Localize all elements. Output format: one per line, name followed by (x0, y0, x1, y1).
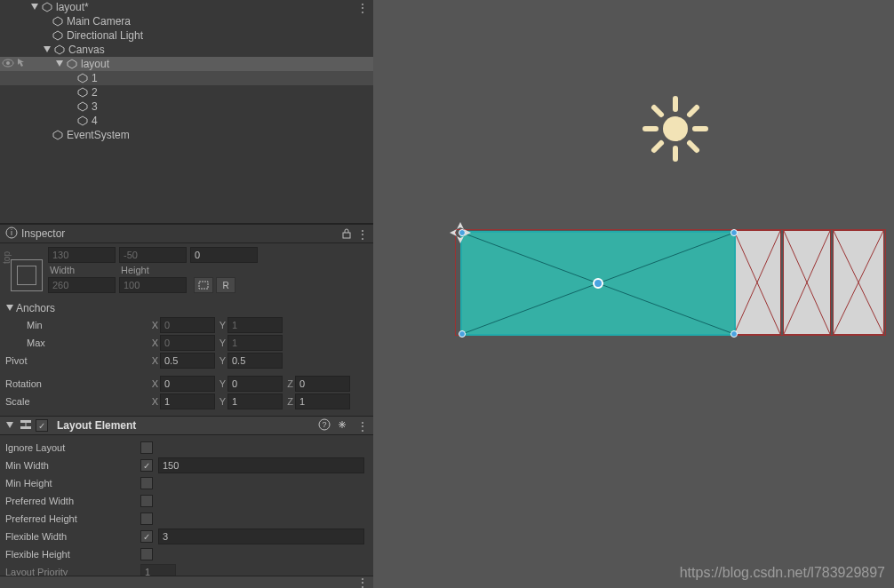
width-label: Width (48, 265, 116, 275)
preferred-width-checkbox[interactable] (140, 495, 153, 507)
watermark-text: https://blog.csdn.net/l783929897 (680, 565, 885, 581)
min-width-label: Min Width (5, 460, 140, 471)
scale-x-field[interactable] (160, 393, 215, 409)
pos-y-field[interactable] (119, 247, 187, 263)
hierarchy-row-main-camera[interactable]: Main Camera (0, 14, 373, 28)
object-label: 3 (92, 100, 98, 113)
svg-marker-44 (457, 236, 464, 243)
svg-marker-2 (53, 17, 62, 26)
svg-marker-14 (53, 131, 62, 139)
pos-x-field[interactable] (48, 247, 116, 263)
anchor-gizmo[interactable] (448, 220, 473, 248)
foldout-open-icon[interactable] (55, 60, 64, 68)
rotation-y-field[interactable] (227, 376, 283, 392)
rotation-x-field[interactable] (160, 376, 215, 392)
svg-line-33 (690, 107, 697, 115)
component-enabled-checkbox[interactable] (36, 419, 48, 432)
hierarchy-row-child-1[interactable]: 1 (0, 71, 373, 85)
foldout-open-icon[interactable] (30, 3, 39, 12)
svg-point-26 (663, 116, 688, 141)
flexible-height-label: Flexible Height (5, 549, 140, 560)
svg-marker-10 (78, 74, 87, 83)
min-height-checkbox[interactable] (140, 477, 153, 489)
object-label: EventSystem (67, 129, 130, 141)
gameobject-icon (52, 29, 64, 42)
anchor-max-x-field[interactable] (160, 335, 215, 351)
flexible-width-field[interactable] (158, 528, 364, 544)
gameobject-icon (76, 72, 89, 84)
footer-kebab-icon[interactable]: ⋮ (357, 576, 368, 589)
anchors-foldout[interactable]: Anchors (5, 300, 368, 316)
svg-rect-17 (343, 233, 350, 238)
selected-ui-element[interactable] (460, 231, 736, 336)
svg-point-7 (6, 61, 10, 65)
object-label: Canvas (68, 44, 105, 56)
hierarchy-row-child-4[interactable]: 4 (0, 114, 373, 128)
pos-z-field[interactable] (190, 247, 258, 263)
layout-element-header[interactable]: Layout Element ? ⋮ (0, 416, 373, 435)
height-field[interactable] (119, 277, 187, 293)
svg-marker-0 (31, 4, 38, 10)
pivot-x-field[interactable] (160, 353, 215, 369)
svg-line-34 (654, 143, 661, 150)
scale-y-field[interactable] (227, 393, 283, 409)
layout-slot-2 (733, 230, 781, 335)
min-width-field[interactable] (158, 457, 364, 473)
x-axis-label: X (148, 320, 158, 330)
flexible-height-checkbox[interactable] (140, 548, 153, 560)
resize-handle-tr[interactable] (730, 229, 738, 236)
hierarchy-row-scene[interactable]: layout* (0, 0, 373, 14)
raw-mode-button[interactable]: R (216, 277, 235, 293)
scene-viewport[interactable]: https://blog.csdn.net/l783929897 (373, 0, 894, 588)
help-icon[interactable]: ? (318, 418, 331, 433)
hierarchy-panel: ⋮ layout* Main Camera Directional Light … (0, 0, 373, 224)
hierarchy-row-child-2[interactable]: 2 (0, 85, 373, 99)
resize-handle-bl[interactable] (459, 330, 466, 338)
scale-z-field[interactable] (295, 393, 350, 409)
pickability-icon[interactable] (16, 58, 25, 71)
gameobject-icon (53, 44, 66, 56)
x-axis-label: X (148, 378, 158, 389)
anchor-min-x-field[interactable] (160, 317, 215, 333)
visibility-icon[interactable] (2, 58, 14, 70)
info-icon: i (5, 226, 18, 242)
layout-slot-4 (833, 230, 884, 335)
hierarchy-row-child-3[interactable]: 3 (0, 99, 373, 114)
anchor-preset-button[interactable] (11, 259, 43, 291)
pivot-y-field[interactable] (227, 353, 283, 369)
min-width-checkbox[interactable] (140, 459, 153, 472)
svg-marker-46 (464, 229, 471, 236)
gameobject-icon (76, 86, 89, 99)
preferred-width-label: Preferred Width (5, 496, 140, 506)
foldout-open-icon[interactable] (43, 45, 52, 54)
preferred-height-checkbox[interactable] (140, 513, 153, 525)
svg-marker-43 (457, 222, 464, 229)
inspector-title: Inspector (21, 227, 65, 240)
ignore-layout-label: Ignore Layout (5, 442, 140, 453)
hierarchy-row-directional-light[interactable]: Directional Light (0, 28, 373, 43)
inspector-options-icon[interactable]: ⋮ (357, 228, 368, 241)
flexible-width-checkbox[interactable] (140, 530, 153, 543)
component-options-icon[interactable]: ⋮ (357, 420, 368, 433)
x-axis-label: X (148, 396, 158, 407)
ignore-layout-checkbox[interactable] (140, 441, 153, 454)
rotation-z-field[interactable] (295, 376, 350, 392)
hierarchy-row-eventsystem[interactable]: EventSystem (0, 128, 373, 142)
pivot-handle[interactable] (593, 278, 603, 289)
height-label: Height (119, 265, 187, 275)
hierarchy-row-canvas[interactable]: Canvas (0, 43, 373, 57)
hierarchy-row-layout[interactable]: layout (0, 57, 373, 71)
flexible-width-label: Flexible Width (5, 531, 140, 542)
preset-icon[interactable] (336, 418, 348, 433)
lock-icon[interactable] (341, 228, 352, 242)
width-field[interactable] (48, 277, 116, 293)
inspector-panel: i Inspector ⋮ top Width Hei (0, 224, 373, 588)
directional-light-gizmo (640, 93, 711, 164)
y-axis-label: Y (215, 338, 226, 348)
resize-handle-br[interactable] (730, 330, 738, 338)
svg-text:?: ? (322, 420, 326, 429)
anchor-max-y-field[interactable] (227, 335, 283, 351)
gameobject-icon (76, 115, 89, 127)
anchor-min-y-field[interactable] (227, 317, 283, 333)
blueprint-mode-button[interactable] (194, 277, 213, 293)
